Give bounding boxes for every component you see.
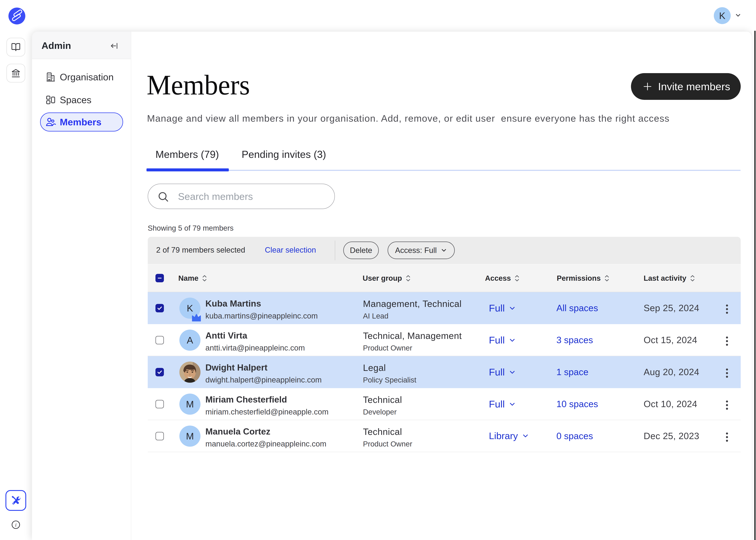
svg-text:i: i (15, 522, 17, 528)
